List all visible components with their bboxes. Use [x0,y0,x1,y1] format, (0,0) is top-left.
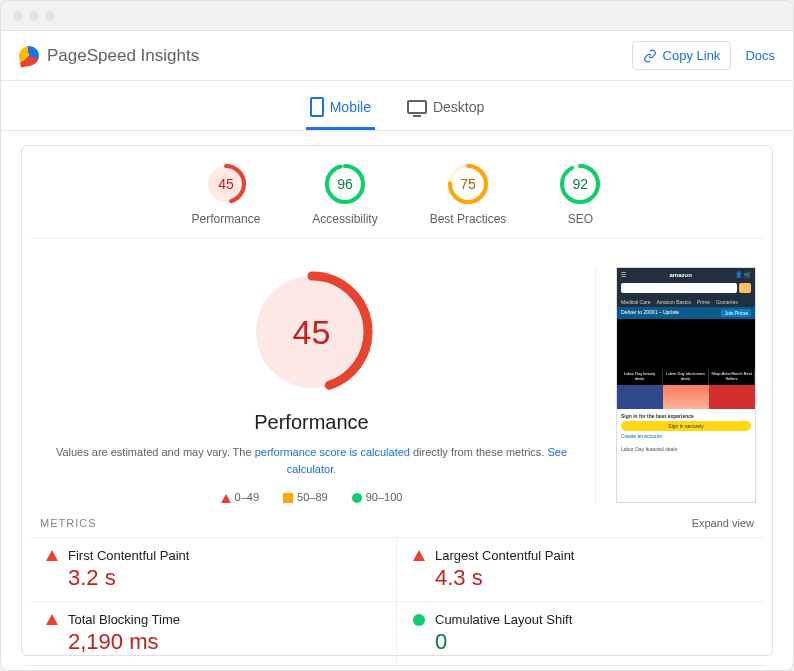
score-performance-value: 45 [204,162,248,206]
performance-detail: 45 Performance Values are estimated and … [30,239,764,513]
score-performance-label: Performance [192,212,261,226]
circle-icon [413,614,425,626]
main-content: 45 Performance 96 Accessibility 75 [1,131,793,670]
metric-tbt: Total Blocking Time 2,190 ms [30,602,397,666]
performance-gauge-value: 45 [247,267,377,397]
app-logo: PageSpeed Insights [19,46,199,66]
pagespeed-logo-icon [17,44,40,67]
performance-gauge-section: 45 Performance Values are estimated and … [38,267,596,503]
metric-cls-value: 0 [435,629,572,655]
thumb-signin: Sign in for the best experience Sign in … [617,409,755,443]
metric-tbt-value: 2,190 ms [68,629,180,655]
link-icon [643,49,657,63]
metric-fcp: First Contentful Paint 3.2 s [30,538,397,602]
score-performance[interactable]: 45 Performance [192,162,261,226]
score-legend: 0–49 50–89 90–100 [38,491,585,503]
metric-tbt-name: Total Blocking Time [68,612,180,627]
thumb-header-icons: 👤 🛒 [735,271,751,278]
explain-text-1: Values are estimated and may vary. The [56,446,255,458]
metric-fcp-value: 3.2 s [68,565,189,591]
thumb-header: ☰ amazon 👤 🛒 [617,268,755,281]
traffic-light-close[interactable] [13,11,23,21]
score-seo[interactable]: 92 SEO [558,162,602,226]
copy-link-label: Copy Link [663,48,721,63]
score-accessibility-label: Accessibility [312,212,377,226]
triangle-icon [413,550,425,561]
device-tabs: Mobile Desktop [1,81,793,131]
thumb-nav: Medical Care Amazon Basics Prime Groceri… [617,297,755,307]
triangle-icon [46,550,58,561]
thumb-search-input [621,283,737,293]
mobile-icon [310,97,324,117]
tab-desktop[interactable]: Desktop [403,91,488,130]
copy-link-button[interactable]: Copy Link [632,41,732,70]
traffic-light-min[interactable] [29,11,39,21]
metric-cls: Cumulative Layout Shift 0 [397,602,764,666]
triangle-icon [221,494,231,503]
metric-fcp-name: First Contentful Paint [68,548,189,563]
app-header: PageSpeed Insights Copy Link Docs [1,31,793,81]
performance-gauge-label: Performance [38,411,585,434]
score-best-practices-value: 75 [446,162,490,206]
metric-cls-name: Cumulative Layout Shift [435,612,572,627]
score-accessibility[interactable]: 96 Accessibility [312,162,377,226]
circle-icon [352,493,362,503]
score-accessibility-value: 96 [323,162,367,206]
calc-link-1[interactable]: performance score is calculated [255,446,410,458]
legend-good: 90–100 [352,491,403,503]
score-seo-label: SEO [558,212,602,226]
score-best-practices[interactable]: 75 Best Practices [430,162,507,226]
metric-lcp-name: Largest Contentful Paint [435,548,574,563]
app-window: PageSpeed Insights Copy Link Docs Mobile… [0,0,794,671]
thumb-products [617,385,755,409]
thumb-footer: Labor Day featured deals [617,443,755,455]
metrics-header: METRICS Expand view [30,513,764,538]
metric-lcp: Largest Contentful Paint 4.3 s [397,538,764,602]
thumb-hero [617,319,755,369]
thumb-search-button [739,283,751,293]
thumb-menu-icon: ☰ [621,271,626,278]
desktop-icon [407,100,427,114]
score-seo-value: 92 [558,162,602,206]
triangle-icon [46,614,58,625]
thumb-location-bar: Deliver to 20001 – Update Join Prime [617,307,755,319]
docs-link[interactable]: Docs [745,48,775,63]
tab-desktop-label: Desktop [433,99,484,115]
traffic-light-max[interactable] [45,11,55,21]
thumb-search-row [617,281,755,297]
report-panel: 45 Performance 96 Accessibility 75 [21,145,773,656]
app-title: PageSpeed Insights [47,46,199,66]
metric-lcp-value: 4.3 s [435,565,574,591]
square-icon [283,493,293,503]
thumb-categories: Labor Day beauty deals Labor Day electro… [617,369,755,385]
window-chrome [1,1,793,31]
performance-gauge: 45 [247,267,377,397]
score-best-practices-label: Best Practices [430,212,507,226]
category-scores: 45 Performance 96 Accessibility 75 [30,162,764,239]
metrics-header-label: METRICS [40,517,97,529]
expand-view-link[interactable]: Expand view [692,517,754,529]
explain-text-2: directly from these metrics. [410,446,548,458]
performance-explain: Values are estimated and may vary. The p… [38,444,585,477]
tab-mobile[interactable]: Mobile [306,91,375,130]
legend-bad: 0–49 [221,491,259,503]
metrics-grid: First Contentful Paint 3.2 s Largest Con… [30,538,764,666]
legend-mid: 50–89 [283,491,328,503]
thumb-brand: amazon [669,272,691,278]
tab-mobile-label: Mobile [330,99,371,115]
page-screenshot-thumbnail: ☰ amazon 👤 🛒 Medical Care Amazon Basics … [616,267,756,503]
